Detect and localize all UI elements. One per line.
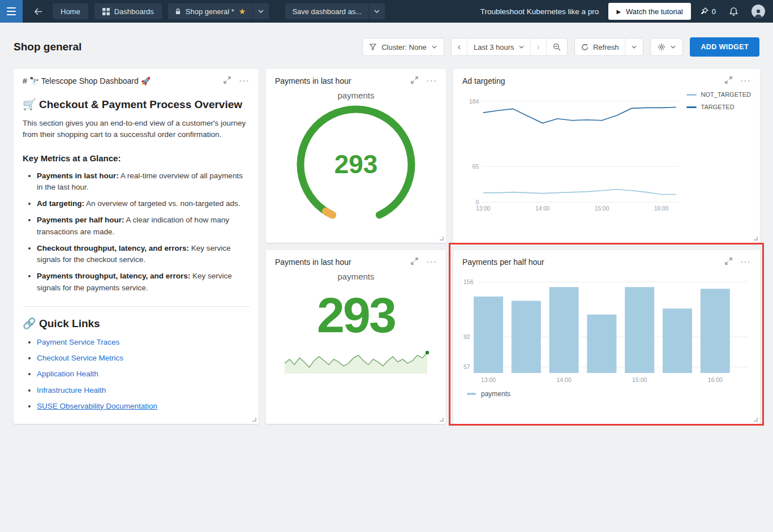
resize-handle[interactable] — [754, 418, 758, 422]
funnel-icon — [370, 44, 376, 50]
link-suse-observability-docs[interactable]: SUSE Observability Documentation — [37, 402, 157, 410]
watch-tutorial-button[interactable]: ▶ Watch the tutorial — [608, 3, 690, 20]
zoom-out-button[interactable] — [546, 38, 567, 55]
list-item: Infrastructure Health — [37, 385, 250, 396]
widget-menu-button[interactable]: ··· — [239, 77, 250, 85]
ellipsis-icon: ··· — [239, 76, 250, 85]
cluster-filter-label: Cluster: None — [381, 43, 426, 52]
menu-button[interactable] — [0, 0, 23, 23]
ad-targeting-widget: Ad targeting ··· 18465013:0014:0015:0016… — [453, 69, 760, 243]
svg-text:57: 57 — [463, 363, 470, 370]
refresh-interval-chevron[interactable] — [625, 38, 643, 55]
list-item: Application Health — [37, 368, 250, 380]
lock-icon — [175, 8, 181, 15]
dashboard-controls: Cluster: None ‹ Last 3 hours › Refresh — [362, 37, 759, 57]
nav-dashboards-label: Dashboards — [114, 7, 154, 16]
widget-header: Payments per half hour ··· — [462, 258, 751, 267]
refresh-button[interactable]: Refresh — [575, 38, 625, 55]
expand-widget-button[interactable] — [725, 258, 732, 267]
user-avatar[interactable] — [751, 5, 765, 18]
resize-handle[interactable] — [252, 418, 256, 422]
widget-actions: ··· — [725, 258, 751, 267]
expand-widget-button[interactable] — [224, 76, 231, 85]
resize-handle[interactable] — [754, 237, 758, 241]
expand-icon — [411, 76, 418, 84]
zoom-out-icon — [553, 43, 561, 51]
legend-swatch — [467, 393, 476, 395]
ellipsis-icon: ··· — [426, 257, 437, 267]
app: { "navbar": { "home_label": "Home", "das… — [0, 0, 773, 532]
resize-handle[interactable] — [440, 237, 444, 241]
list-item: Payments per half hour: A clear indicati… — [37, 214, 250, 238]
legend-item[interactable]: NOT_TARGETED — [686, 91, 751, 98]
time-range-dropdown[interactable]: Last 3 hours — [467, 38, 530, 55]
widget-menu-button[interactable]: ··· — [426, 258, 437, 267]
settings-dropdown[interactable] — [650, 38, 683, 56]
save-dashboard-as-button[interactable]: Save dashboard as... — [285, 3, 368, 19]
gear-icon — [658, 43, 665, 51]
save-dashboard-as-label: Save dashboard as... — [292, 7, 362, 16]
legend-label[interactable]: payments — [481, 390, 510, 398]
back-arrow-icon — [34, 8, 42, 15]
svg-text:16:00: 16:00 — [654, 205, 669, 212]
legend-item[interactable]: TARGETED — [686, 104, 751, 110]
legend-label: NOT_TARGETED — [701, 91, 751, 98]
chevron-down-icon — [258, 10, 264, 13]
widget-header: Payments in last hour ··· — [275, 76, 437, 85]
svg-text:156: 156 — [463, 278, 474, 285]
dashboard-selector-chevron[interactable] — [252, 3, 269, 19]
expand-widget-button[interactable] — [411, 258, 418, 267]
dashboard-name-label: Shop general * — [186, 7, 234, 16]
dashboard-selector-button[interactable]: Shop general * ★ — [168, 3, 253, 19]
widget-menu-button[interactable]: ··· — [426, 77, 437, 85]
svg-text:14:00: 14:00 — [556, 376, 571, 383]
widget-title: Payments in last hour — [275, 258, 351, 267]
chart-legend: NOT_TARGETED TARGETED — [686, 87, 751, 214]
link-infrastructure-health[interactable]: Infrastructure Health — [37, 386, 106, 394]
widget-menu-button[interactable]: ··· — [740, 258, 751, 267]
expand-widget-button[interactable] — [411, 76, 418, 85]
widget-actions: ··· — [224, 76, 250, 85]
watch-tutorial-label: Watch the tutorial — [626, 7, 683, 16]
legend-swatch — [686, 106, 697, 108]
top-navbar: Home Dashboards Shop general * ★ Save da… — [0, 0, 773, 23]
expand-icon — [224, 76, 231, 84]
intro-paragraph: This section gives you an end-to-end vie… — [23, 118, 250, 141]
save-dashboard-group: Save dashboard as... — [285, 3, 385, 19]
expand-icon — [725, 258, 732, 265]
nav-home[interactable]: Home — [53, 3, 88, 19]
widget-menu-button[interactable]: ··· — [740, 77, 751, 85]
nav-dashboards[interactable]: Dashboards — [95, 3, 162, 19]
navbar-right: Troubleshoot Kubernetes like a pro ▶ Wat… — [480, 3, 765, 20]
time-back-button[interactable]: ‹ — [452, 38, 467, 55]
add-widget-button[interactable]: ADD WIDGET — [690, 37, 759, 57]
pin-icon — [701, 7, 708, 15]
person-icon — [753, 8, 763, 18]
payments-bar-chart: 156925713:0014:0015:0016:00 — [462, 271, 751, 384]
expand-widget-button[interactable] — [725, 76, 732, 85]
resize-handle[interactable] — [440, 418, 444, 422]
chevron-right-icon: › — [537, 42, 540, 52]
chart-legend: payments — [462, 390, 751, 398]
svg-text:14:00: 14:00 — [535, 205, 550, 212]
back-button[interactable] — [30, 8, 46, 15]
svg-text:0: 0 — [475, 199, 479, 205]
favorite-star-icon[interactable]: ★ — [239, 7, 246, 15]
widget-title: Payments per half hour — [462, 258, 544, 267]
link-application-health[interactable]: Application Health — [37, 370, 98, 378]
time-range-group: ‹ Last 3 hours › — [451, 38, 568, 56]
save-dashboard-as-chevron[interactable] — [368, 3, 385, 19]
cluster-filter[interactable]: Cluster: None — [362, 38, 444, 56]
link-checkout-service-metrics[interactable]: Checkout Service Metrics — [37, 354, 123, 362]
quick-links-list: Payment Service Traces Checkout Service … — [23, 337, 250, 412]
svg-text:13:00: 13:00 — [476, 205, 491, 212]
link-payment-service-traces[interactable]: Payment Service Traces — [37, 338, 119, 346]
time-forward-button[interactable]: › — [530, 38, 546, 55]
dashboards-grid-icon — [102, 8, 110, 15]
svg-text:15:00: 15:00 — [632, 376, 647, 383]
expand-icon — [725, 76, 732, 84]
payments-number-widget: Payments in last hour ··· payments 293 — [266, 250, 446, 424]
pinned-items-button[interactable]: 0 — [701, 7, 716, 16]
notifications-button[interactable] — [725, 7, 742, 16]
markdown-widget: # 🔭 Telescope Shop Dashboard 🚀 ··· 🛒 Che… — [14, 69, 259, 424]
